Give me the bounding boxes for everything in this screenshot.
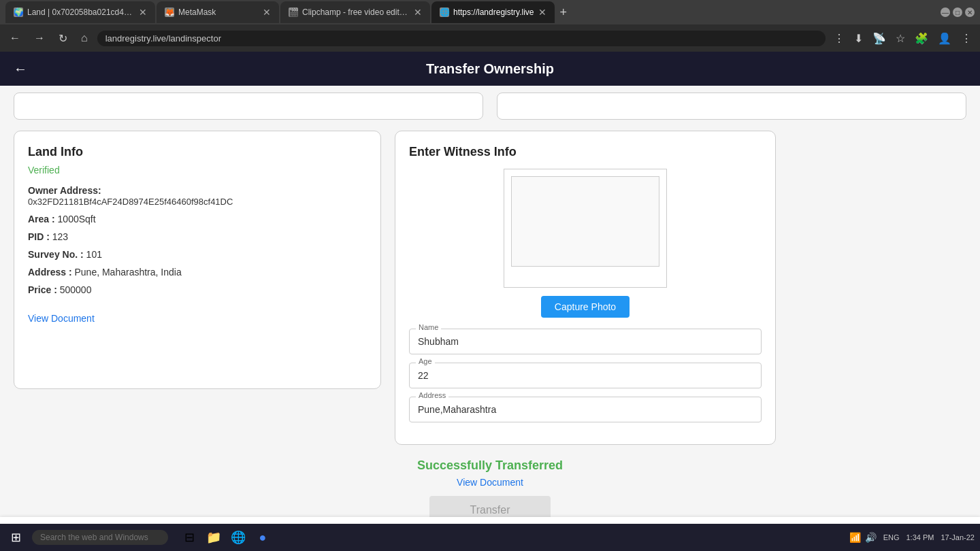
area-label: Area :	[28, 214, 55, 224]
tab-close-land[interactable]: ✕	[139, 7, 147, 18]
maximize-button[interactable]: □	[953, 7, 962, 17]
survey-row: Survey No. : 101	[28, 249, 367, 260]
refresh-button[interactable]: ↻	[54, 31, 71, 46]
bottom-section: Successfully Transferred View Document T…	[14, 458, 966, 524]
address-value: Pune, Maharashtra, India	[74, 267, 181, 278]
network-icon[interactable]: 📶	[849, 532, 861, 543]
tab-favicon-metamask: 🦊	[165, 7, 174, 17]
top-card-left	[14, 93, 483, 120]
tab-land[interactable]: 🌍 Land | 0x702058ba021cd4e4f847... ✕	[5, 1, 155, 23]
browser-chrome: 🌍 Land | 0x702058ba021cd4e4f847... ✕ 🦊 M…	[0, 0, 980, 52]
back-nav-button[interactable]: ←	[14, 61, 27, 77]
window-controls: — □ ✕	[941, 7, 975, 17]
address-label: Address :	[28, 267, 72, 278]
tab-close-landregistry[interactable]: ✕	[538, 7, 546, 18]
address-row: Address : Pune, Maharashtra, India	[28, 267, 367, 278]
download-icon[interactable]: ⬇	[851, 31, 866, 46]
taskbar-time: 1:34 PM	[906, 533, 934, 541]
new-tab-button[interactable]: +	[556, 5, 572, 20]
taskbar-app-edge[interactable]: 🌐	[228, 527, 248, 548]
back-button[interactable]: ←	[5, 31, 24, 46]
tab-title-land: Land | 0x702058ba021cd4e4f847...	[27, 7, 135, 17]
pid-label: PID :	[28, 231, 50, 242]
owner-address-label: Owner Address:	[28, 185, 101, 196]
taskbar-apps: ⊟ 📁 🌐 ●	[179, 527, 273, 548]
pid-row: PID : 123	[28, 231, 367, 242]
app-header: ← Transfer Ownership	[0, 52, 980, 86]
tab-favicon-landregistry: 🌐	[440, 7, 449, 17]
bookmark-list-icon[interactable]: ⋮	[831, 31, 847, 46]
tab-clipchamp[interactable]: 🎬 Clipchamp - free video edito... ✕	[280, 1, 430, 23]
age-input[interactable]	[409, 363, 762, 388]
address-bar-row: ← → ↻ ⌂ ⋮ ⬇ 📡 ☆ 🧩 👤 ⋮	[0, 24, 980, 52]
system-tray: 📶 🔊	[849, 532, 877, 543]
success-text: Successfully Transferred	[14, 458, 966, 473]
name-field-group: Name	[409, 329, 762, 354]
tab-title-clipchamp: Clipchamp - free video edito...	[302, 7, 410, 17]
age-label: Age	[416, 357, 435, 365]
tab-close-metamask[interactable]: ✕	[263, 7, 271, 18]
witness-info-card: Enter Witness Info Capture Photo Name Ag…	[395, 131, 776, 445]
survey-label: Survey No. :	[28, 249, 84, 260]
home-button[interactable]: ⌂	[77, 31, 92, 46]
app-container: ← Transfer Ownership Land Info Verified …	[0, 52, 980, 524]
age-field-group: Age	[409, 363, 762, 388]
pid-value: 123	[52, 231, 68, 242]
start-button[interactable]: ⊞	[5, 527, 27, 548]
menu-icon[interactable]: ⋮	[958, 31, 975, 46]
screen-cast-icon[interactable]: 📡	[870, 31, 889, 46]
price-label: Price :	[28, 284, 57, 295]
owner-address-row: Owner Address: 0x32FD21181Bf4cAF24D8974E…	[28, 185, 367, 207]
address-input[interactable]	[97, 31, 826, 46]
extensions-icon[interactable]: 🧩	[912, 31, 931, 46]
area-value: 1000Sqft	[58, 214, 96, 224]
tab-close-clipchamp[interactable]: ✕	[414, 7, 422, 18]
land-info-card: Land Info Verified Owner Address: 0x32FD…	[14, 131, 381, 389]
toolbar-icons: ⋮ ⬇ 📡 ☆ 🧩 👤 ⋮	[831, 31, 975, 46]
minimize-button[interactable]: —	[941, 7, 950, 17]
tab-favicon-land: 🌍	[14, 7, 23, 17]
tab-title-metamask: MetaMask	[178, 7, 259, 17]
forward-button[interactable]: →	[30, 31, 49, 46]
taskbar-date: 17-Jan-22	[941, 533, 975, 541]
top-cards	[14, 93, 966, 120]
land-info-title: Land Info	[28, 145, 367, 159]
price-row: Price : 500000	[28, 284, 367, 295]
taskbar-lang: ENG	[883, 533, 900, 541]
view-document-link[interactable]: View Document	[28, 313, 95, 324]
star-icon[interactable]: ☆	[893, 31, 908, 46]
tab-favicon-clipchamp: 🎬	[289, 7, 298, 17]
taskbar-app-view[interactable]: ⊟	[179, 527, 199, 548]
witness-address-input[interactable]	[409, 397, 762, 422]
witness-address-field-group: Address	[409, 397, 762, 422]
verified-badge: Verified	[28, 165, 367, 176]
taskbar: ⊞ ⊟ 📁 🌐 ● 📶 🔊 ENG 1:34 PM 17-Jan-22	[0, 524, 980, 551]
survey-value: 101	[86, 249, 102, 260]
top-card-right	[497, 93, 966, 120]
tab-landregistry[interactable]: 🌐 https://landregistry.live ✕	[431, 1, 555, 23]
tab-metamask[interactable]: 🦊 MetaMask ✕	[157, 1, 279, 23]
volume-icon[interactable]: 🔊	[865, 532, 877, 543]
witness-title: Enter Witness Info	[409, 145, 762, 159]
main-content: Land Info Verified Owner Address: 0x32FD…	[14, 131, 966, 445]
taskbar-app-chrome[interactable]: ●	[252, 527, 273, 548]
area-row: Area : 1000Sqft	[28, 214, 367, 224]
camera-preview	[511, 176, 659, 267]
profile-icon[interactable]: 👤	[935, 31, 954, 46]
name-label: Name	[416, 323, 441, 331]
taskbar-search-input[interactable]	[32, 530, 168, 545]
price-value: 500000	[60, 284, 92, 295]
tab-bar: 🌍 Land | 0x702058ba021cd4e4f847... ✕ 🦊 M…	[0, 0, 980, 24]
witness-address-label: Address	[416, 391, 448, 399]
owner-address-value: 0x32FD21181Bf4cAF24D8974E25f46460f98cf41…	[28, 197, 233, 207]
close-button[interactable]: ✕	[965, 7, 975, 17]
app-body: Land Info Verified Owner Address: 0x32FD…	[0, 86, 980, 551]
taskbar-right: 📶 🔊 ENG 1:34 PM 17-Jan-22	[849, 532, 975, 543]
taskbar-app-folder[interactable]: 📁	[203, 527, 224, 548]
page-title: Transfer Ownership	[426, 61, 554, 77]
camera-box	[504, 169, 667, 288]
tab-title-landregistry: https://landregistry.live	[453, 7, 534, 17]
view-document-center[interactable]: View Document	[14, 477, 966, 488]
name-input[interactable]	[409, 329, 762, 354]
capture-photo-button[interactable]: Capture Photo	[541, 296, 630, 318]
